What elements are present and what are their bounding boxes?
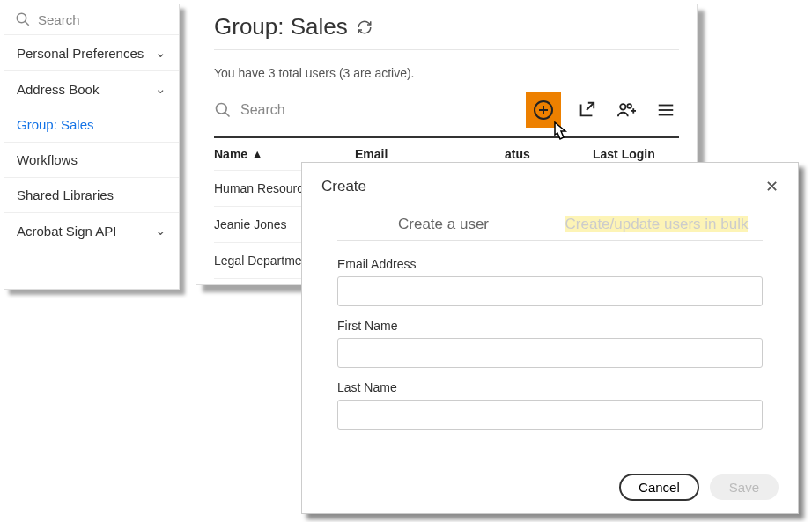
form-group-first-name: First Name [337,319,763,368]
email-field[interactable] [337,276,763,306]
search-icon [15,11,31,27]
hamburger-icon [656,100,675,120]
col-name-label: Name [214,147,247,161]
users-plus-icon [616,100,637,120]
user-summary: You have 3 total users (3 are active). [214,66,679,80]
form-group-email: Email Address [337,257,763,306]
menu-button[interactable] [653,97,679,123]
chevron-down-icon: ⌄ [155,81,166,97]
refresh-icon[interactable] [357,19,373,35]
sidebar-item-personal-preferences[interactable]: Personal Preferences ⌄ [4,34,179,70]
sidebar-item-label: Address Book [17,82,99,97]
email-label: Email Address [337,257,763,271]
table-search[interactable]: Search [214,101,513,119]
modal-header: Create ✕ [321,177,779,196]
save-button: Save [710,474,779,500]
add-user-button[interactable] [529,96,557,124]
chevron-down-icon: ⌄ [155,45,166,61]
sort-asc-icon: ▲ [251,147,263,161]
first-name-label: First Name [337,319,763,333]
modal-footer: Cancel Save [619,474,779,501]
sidebar-search[interactable]: Search [4,4,179,34]
export-button[interactable] [573,97,600,123]
sidebar-search-placeholder: Search [38,12,80,27]
search-icon [214,101,232,119]
sidebar-item-label: Personal Preferences [17,46,144,61]
last-name-label: Last Name [337,380,763,394]
col-status[interactable]: atus [505,147,593,161]
sidebar-item-workflows[interactable]: Workflows [4,142,179,177]
toolbar: Search [214,87,679,138]
svg-point-0 [17,13,26,23]
close-button[interactable]: ✕ [765,177,779,196]
svg-point-8 [627,104,631,108]
add-button-highlight [526,92,561,128]
page-title-text: Group: Sales [214,13,348,40]
tab-create-bulk[interactable]: Create/update users in bulk [550,209,763,240]
close-icon: ✕ [765,178,779,195]
sidebar-item-acrobat-sign-api[interactable]: Acrobat Sign API ⌄ [4,212,179,248]
tab-create-user[interactable]: Create a user [337,209,550,240]
sidebar-item-shared-libraries[interactable]: Shared Libraries [4,177,179,212]
form-group-last-name: Last Name [337,380,763,430]
tab-create-bulk-label: Create/update users in bulk [565,216,749,232]
plus-circle-icon [533,99,554,121]
first-name-field[interactable] [337,338,763,368]
cancel-button[interactable]: Cancel [619,474,699,501]
svg-point-7 [620,104,625,109]
sidebar-item-address-book[interactable]: Address Book ⌄ [4,70,179,107]
col-name[interactable]: Name ▲ [214,147,355,161]
sidebar: Search Personal Preferences ⌄ Address Bo… [4,4,180,290]
add-group-button[interactable] [612,97,640,123]
last-name-field[interactable] [337,400,763,430]
col-login[interactable]: Last Login [593,147,679,161]
svg-line-1 [25,21,29,26]
chevron-down-icon: ⌄ [155,223,166,239]
page-title: Group: Sales [214,13,679,50]
export-icon [577,100,596,120]
sidebar-item-group-sales[interactable]: Group: Sales [4,107,179,142]
col-email[interactable]: Email [355,147,505,161]
sidebar-item-label: Group: Sales [17,117,94,132]
sidebar-item-label: Shared Libraries [17,187,114,202]
modal-title: Create [321,178,366,195]
svg-line-3 [225,113,230,117]
table-search-placeholder: Search [240,102,285,118]
modal-tabs: Create a user Create/update users in bul… [337,209,763,241]
sidebar-item-label: Acrobat Sign API [17,224,116,239]
create-modal: Create ✕ Create a user Create/update use… [301,162,799,514]
sidebar-item-label: Workflows [17,152,78,167]
svg-point-2 [217,104,227,114]
